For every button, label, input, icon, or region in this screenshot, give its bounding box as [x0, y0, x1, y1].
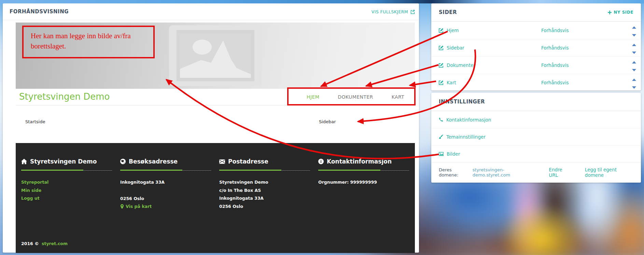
domain-label: Deres domene:	[439, 167, 471, 178]
view-fullscreen-label: VIS FULLSKJERM	[372, 9, 408, 14]
page-edit-link[interactable]: Dokumenter	[439, 62, 475, 68]
settings-label: Temainnstillinger	[446, 134, 486, 140]
settings-link[interactable]: Kontaktinformasjon	[439, 117, 491, 123]
site-nav: HJEM DOKUMENTER KART	[297, 89, 414, 105]
map-marker-icon	[120, 204, 124, 209]
site-copyright: 2016 © styret.com	[21, 241, 68, 246]
page-edit-link[interactable]: Sidebar	[439, 45, 464, 51]
page-label: Sidebar	[447, 45, 464, 51]
new-page-label: NY SIDE	[614, 10, 633, 15]
caret-up-icon[interactable]	[632, 79, 636, 81]
change-url-link[interactable]: Endre URL	[549, 167, 571, 178]
domain-value: styretsvingen-demo.styret.com	[473, 167, 537, 178]
plus-icon	[608, 11, 612, 14]
caret-down-icon[interactable]	[632, 52, 636, 54]
caret-down-icon[interactable]	[632, 34, 636, 37]
footer-divider	[219, 170, 310, 171]
footer-divider	[21, 170, 112, 171]
postal-address-line: Styretsvingen Demo	[219, 178, 312, 186]
visit-address-line: 0256 Oslo	[120, 195, 213, 203]
page-row-kart: Kart Forhåndsvis	[431, 74, 641, 91]
footer-col-postal-address: Postadresse Styretsvingen Demo c/o In Th…	[219, 158, 312, 210]
footer-col-contact: Kontaktinformasjon Orgnummer: 999999999	[318, 158, 411, 186]
caret-down-icon[interactable]	[632, 69, 636, 71]
footer-col-title: Besøksadresse	[129, 158, 178, 165]
image-placeholder-icon	[169, 25, 262, 86]
caret-down-icon[interactable]	[632, 86, 636, 89]
page-row-hjem: Hjem Forhåndsvis	[431, 22, 641, 39]
footer-divider	[120, 170, 211, 171]
nav-item-hjem[interactable]: HJEM	[297, 94, 328, 100]
page-label: Dokumenter	[447, 62, 475, 68]
settings-row-kontaktinformasjon: Kontaktinformasjon	[431, 111, 641, 128]
settings-panel-title: INNSTILLINGER	[439, 99, 485, 105]
page-row-dokumenter: Dokumenter Forhåndsvis	[431, 56, 641, 74]
footer-divider	[318, 170, 409, 171]
settings-row-bilder: Bilder	[431, 145, 641, 162]
show-on-map-label: Vis på kart	[126, 202, 152, 211]
footer-link-logg-ut[interactable]: Logg ut	[21, 194, 114, 202]
site-content: Startside Sidebar	[16, 105, 415, 143]
settings-panel: INNSTILLINGER Kontaktinformasjon Temainn…	[431, 93, 641, 183]
content-startside: Startside	[25, 119, 45, 124]
view-fullscreen-link[interactable]: VIS FULLSKJERM	[372, 9, 415, 14]
page-row-sidebar: Sidebar Forhåndsvis	[431, 39, 641, 56]
new-page-button[interactable]: NY SIDE	[608, 10, 633, 15]
page-preview-link[interactable]: Forhåndsvis	[541, 45, 569, 51]
footer-link-styreportal[interactable]: Styreportal	[21, 178, 114, 186]
page-edit-link[interactable]: Kart	[439, 80, 456, 85]
page-preview-link[interactable]: Forhåndsvis	[541, 80, 569, 85]
settings-link[interactable]: Bilder	[439, 151, 460, 157]
site-titlebar: Styretsvingen Demo HJEM DOKUMENTER KART	[16, 89, 415, 105]
preview-panel: FORHÅNDSVISNING VIS FULLSKJERM	[3, 3, 419, 253]
page-preview-link[interactable]: Forhåndsvis	[541, 62, 569, 68]
page-edit-link[interactable]: Hjem	[439, 28, 459, 33]
settings-panel-header: INNSTILLINGER	[431, 93, 641, 111]
settings-row-temainnstillinger: Temainnstillinger	[431, 128, 641, 145]
globe-icon	[120, 159, 126, 164]
postal-address-line: Inkognitogata 33A	[219, 194, 312, 202]
page-label: Hjem	[447, 28, 459, 33]
caret-up-icon[interactable]	[632, 61, 636, 63]
styret-com-link[interactable]: styret.com	[42, 241, 68, 246]
edit-icon	[439, 63, 444, 68]
add-own-domain-link[interactable]: Legg til egent domene	[585, 167, 633, 178]
placeholder-mountain	[180, 33, 251, 78]
pages-panel: SIDER NY SIDE Hjem Forhåndsvis	[431, 3, 641, 90]
edit-icon	[439, 80, 444, 85]
footer-link-min-side[interactable]: Min side	[21, 186, 114, 195]
preview-panel-header: FORHÅNDSVISNING VIS FULLSKJERM	[3, 3, 419, 20]
info-icon	[318, 159, 324, 164]
footer-col-title: Kontaktinformasjon	[327, 158, 392, 165]
page-preview-link[interactable]: Forhåndsvis	[541, 28, 569, 33]
phone-icon	[439, 117, 443, 122]
site-preview: Styretsvingen Demo HJEM DOKUMENTER KART …	[16, 23, 415, 253]
site-title: Styretsvingen Demo	[16, 91, 110, 102]
brush-icon	[439, 134, 443, 139]
caret-up-icon[interactable]	[632, 26, 636, 29]
settings-label: Bilder	[447, 151, 460, 157]
site-footer: Styretsvingen Demo Styreportal Min side …	[16, 143, 415, 253]
edit-icon	[439, 45, 444, 50]
postal-address-line: c/o In The Box AS	[219, 186, 312, 195]
edit-icon	[439, 28, 444, 33]
nav-item-kart[interactable]: KART	[382, 94, 414, 100]
nav-item-dokumenter[interactable]: DOKUMENTER	[328, 94, 382, 100]
settings-label: Kontaktinformasjon	[446, 117, 491, 123]
envelope-icon	[219, 159, 225, 164]
site-banner	[16, 23, 415, 89]
image-icon	[439, 152, 444, 156]
footer-col-title: Styretsvingen Demo	[30, 158, 97, 165]
top-gradient-strip	[0, 0, 644, 3]
show-on-map-link[interactable]: Vis på kart	[120, 202, 213, 211]
placeholder-sun	[193, 40, 212, 55]
pages-panel-title: SIDER	[439, 9, 457, 15]
postal-address-line: 0256 Oslo	[219, 202, 312, 211]
content-sidebar: Sidebar	[319, 119, 336, 124]
orgnummer-line: Orgnummer: 999999999	[318, 178, 411, 186]
caret-up-icon[interactable]	[632, 44, 636, 46]
home-icon	[21, 159, 27, 164]
domain-row: Deres domene: styretsvingen-demo.styret.…	[431, 162, 641, 182]
visit-address-line: Inkognitogata 33A	[120, 178, 213, 186]
settings-link[interactable]: Temainnstillinger	[439, 134, 486, 140]
